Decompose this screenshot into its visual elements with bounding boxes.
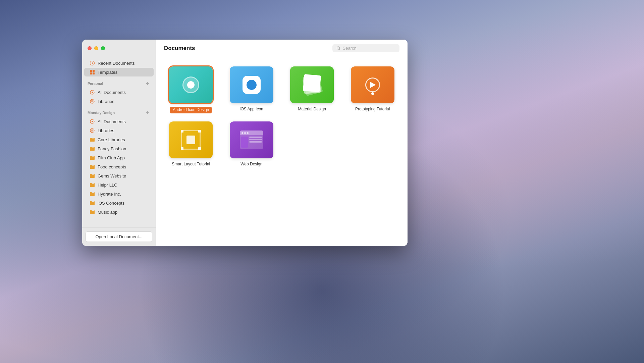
- library-icon: [90, 128, 95, 133]
- browser-dot-2: [244, 132, 246, 134]
- play-triangle: [370, 82, 376, 88]
- personal-section-header: Personal +: [82, 77, 156, 88]
- sidebar-item-label: Film Club App: [98, 155, 125, 160]
- template-thumbnail-android: [169, 66, 213, 103]
- template-ios-app-icon[interactable]: iOS App Icon: [225, 66, 279, 113]
- template-thumbnail-proto: [351, 66, 394, 103]
- sidebar-item-personal-all-documents[interactable]: All Documents: [84, 88, 154, 97]
- template-web-design[interactable]: Web Design: [225, 121, 279, 167]
- sidebar-item-monday-all-documents[interactable]: All Documents: [84, 117, 154, 126]
- browser-bar: [240, 131, 263, 135]
- smart-corner-tl: [181, 130, 183, 133]
- folder-icon: [90, 200, 95, 206]
- ios-icon-shape: [243, 76, 261, 94]
- open-local-document-button[interactable]: Open Local Document...: [86, 231, 152, 242]
- proto-play-visual: [365, 77, 380, 92]
- sidebar-item-label: Food concepts: [98, 164, 126, 169]
- sidebar-item-monday-libraries[interactable]: Libraries: [84, 126, 154, 135]
- template-label-material: Material Design: [298, 107, 326, 112]
- template-material-design[interactable]: Material Design: [285, 66, 339, 113]
- svg-rect-1: [90, 70, 92, 72]
- sidebar-item-hydrate-inc[interactable]: Hydrate Inc.: [84, 190, 154, 198]
- folder-icon: [90, 155, 95, 160]
- sidebar-item-label: iOS Concepts: [98, 201, 124, 206]
- material-layer-3: [303, 74, 321, 92]
- browser-body: [240, 135, 263, 149]
- search-input[interactable]: [343, 46, 395, 51]
- template-android-icon-design[interactable]: Android Icon Design: [164, 66, 218, 113]
- search-box: [332, 44, 399, 52]
- sidebar-item-label: Recent Documents: [98, 61, 135, 66]
- smart-layout-inner: [186, 136, 195, 144]
- folder-icon: [90, 191, 95, 197]
- template-label-ios: iOS App Icon: [240, 107, 263, 112]
- sidebar-item-label: All Documents: [98, 119, 126, 124]
- sidebar-item-label: Gems Website: [98, 173, 126, 178]
- sidebar-item-templates[interactable]: Templates: [84, 68, 154, 76]
- sidebar-footer: Open Local Document...: [82, 227, 156, 246]
- proto-dot: [371, 92, 374, 95]
- sidebar-item-gems-website[interactable]: Gems Website: [84, 171, 154, 180]
- folder-icon: [90, 137, 95, 142]
- browser-line-2: [249, 139, 262, 140]
- folder-icon: [90, 182, 95, 188]
- maximize-button[interactable]: [101, 46, 105, 50]
- personal-add-button[interactable]: +: [145, 81, 150, 86]
- sidebar-item-music-app[interactable]: Music app: [84, 208, 154, 216]
- templates-grid: Android Icon Design iOS App Icon: [164, 66, 399, 167]
- docs-icon: [90, 90, 95, 95]
- template-label-android: Android Icon Design: [170, 107, 212, 113]
- sidebar-item-personal-libraries[interactable]: Libraries: [84, 97, 154, 106]
- template-label-proto: Prototyping Tutorial: [355, 107, 390, 112]
- sidebar-item-core-libraries[interactable]: Core Libraries: [84, 135, 154, 144]
- clock-icon: [90, 60, 95, 66]
- main-header: Documents: [156, 40, 408, 57]
- template-thumbnail-material: [290, 66, 334, 103]
- sidebar-item-recent-documents[interactable]: Recent Documents: [84, 59, 154, 67]
- svg-point-9: [92, 121, 93, 122]
- close-button[interactable]: [88, 46, 92, 50]
- monday-add-button[interactable]: +: [145, 110, 150, 115]
- browser-dot-3: [247, 132, 249, 134]
- svg-rect-2: [93, 70, 95, 72]
- sidebar-item-food-concepts[interactable]: Food concepts: [84, 162, 154, 171]
- templates-grid-area: Android Icon Design iOS App Icon: [156, 57, 408, 246]
- sidebar-item-helpr-llc[interactable]: Helpr LLC: [84, 180, 154, 189]
- smart-corner-tr: [198, 130, 201, 133]
- sidebar-item-label: Templates: [98, 70, 117, 75]
- minimize-button[interactable]: [94, 46, 98, 50]
- svg-rect-4: [93, 72, 95, 74]
- sidebar-navigation: Recent Documents Templates Personal +: [82, 57, 156, 227]
- android-inner-circle: [187, 81, 195, 89]
- search-icon: [336, 46, 341, 51]
- sidebar-item-film-club-app[interactable]: Film Club App: [84, 153, 154, 162]
- sidebar-item-label: Core Libraries: [98, 137, 125, 142]
- material-layers-visual: [302, 76, 322, 93]
- template-thumbnail-web: [230, 121, 273, 158]
- sidebar: Recent Documents Templates Personal +: [82, 40, 156, 246]
- browser-sidebar-mock: [241, 137, 248, 148]
- page-title: Documents: [164, 45, 195, 52]
- smart-corner-br: [198, 147, 201, 150]
- sidebar-item-label: Fancy Fashion: [98, 146, 126, 151]
- documents-window: Recent Documents Templates Personal +: [82, 40, 408, 246]
- folder-icon: [90, 173, 95, 178]
- folder-icon: [90, 209, 95, 215]
- browser-dot-1: [241, 132, 243, 134]
- browser-line-1: [249, 137, 262, 138]
- ios-dot: [247, 80, 257, 90]
- template-label-smart: Smart Layout Tutorial: [172, 162, 210, 167]
- sidebar-item-label: Hydrate Inc.: [98, 192, 121, 197]
- template-prototyping-tutorial[interactable]: Prototyping Tutorial: [346, 66, 400, 113]
- template-smart-layout-tutorial[interactable]: Smart Layout Tutorial: [164, 121, 218, 167]
- sidebar-item-fancy-fashion[interactable]: Fancy Fashion: [84, 144, 154, 153]
- library-icon: [90, 99, 95, 104]
- grid-icon: [90, 69, 95, 75]
- browser-mock-visual: [240, 131, 263, 149]
- template-thumbnail-ios: [230, 66, 273, 103]
- svg-rect-3: [90, 72, 92, 74]
- smart-layout-outer: [181, 130, 201, 150]
- sidebar-item-ios-concepts[interactable]: iOS Concepts: [84, 199, 154, 207]
- template-label-web: Web Design: [240, 162, 262, 167]
- sidebar-item-label: Libraries: [98, 99, 114, 104]
